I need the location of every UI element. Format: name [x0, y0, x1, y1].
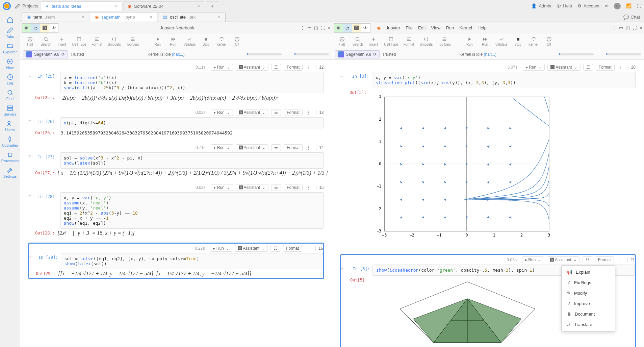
mail-button[interactable]: ✉: [605, 3, 609, 8]
cell[interactable]: 3.07s ▸ Run 🅰 Assistant ☷ Format ⋮ 20 ≡ …: [340, 63, 636, 249]
assistant-explain[interactable]: 📢Explain: [562, 267, 615, 277]
run-cell-button[interactable]: ▸ Run: [522, 256, 544, 263]
snippets-button[interactable]: Snippets: [417, 36, 435, 47]
account-link[interactable]: ⚙Account: [577, 3, 599, 8]
project-tab-active[interactable]: ✦ tests and ideas ×: [41, 1, 122, 11]
close-icon[interactable]: ×: [115, 4, 118, 9]
off-button[interactable]: Off: [542, 36, 556, 47]
wifi-button[interactable]: 📶: [626, 3, 632, 8]
halt-button[interactable]: Halt: [335, 36, 349, 47]
file-tab-oscillate[interactable]: ▤oscillate.tex×: [158, 12, 226, 22]
drag-handle-icon[interactable]: ≡: [28, 192, 31, 199]
tree-button[interactable]: ☷: [271, 144, 281, 151]
app-logo[interactable]: [3, 2, 11, 10]
close-icon[interactable]: ×: [640, 25, 642, 30]
stop-button[interactable]: Stop: [511, 36, 525, 47]
kernel-button[interactable]: Kernel: [214, 36, 229, 47]
add-project-tab[interactable]: +: [206, 1, 219, 11]
halt-link[interactable]: (halt...): [172, 52, 184, 57]
format-cell-button[interactable]: Format: [596, 64, 615, 71]
assistant-button[interactable]: 🅰 Assistant: [236, 184, 268, 191]
validate-button[interactable]: Validate: [182, 36, 198, 47]
assistant-button[interactable]: 🅰 Assistant: [547, 64, 580, 71]
rail-home[interactable]: [5, 15, 15, 24]
kernel-badge[interactable]: SageMath 9.8⟳: [335, 50, 380, 58]
more-icon[interactable]: ⋮: [305, 246, 311, 251]
run-cell-button[interactable]: ▸ Run: [211, 64, 233, 71]
cell[interactable]: 0.27s ▸ Run 🅰 Assistant ☷ Format ⋮ 16 ≡ …: [28, 243, 324, 279]
refresh-icon[interactable]: ⟳: [61, 52, 65, 57]
run-cell-button[interactable]: ▸ Run: [211, 184, 233, 191]
rail-upgrades[interactable]: Upgrades: [1, 134, 20, 149]
run-cell-button[interactable]: ▸ Run: [210, 245, 232, 252]
halt-link[interactable]: (halt...): [484, 52, 496, 57]
rail-servers[interactable]: Servers: [2, 103, 18, 118]
run-button[interactable]: Run: [462, 36, 476, 47]
drag-handle-icon[interactable]: ≡: [340, 72, 343, 78]
file-tab-sagemath[interactable]: ◉sagemath.ipynb×: [90, 12, 157, 22]
fullscreen-icon[interactable]: ⛶: [321, 25, 325, 30]
more-icon[interactable]: ⋮: [305, 110, 312, 115]
drag-handle-icon[interactable]: ≡: [28, 152, 31, 159]
runall-button[interactable]: Run: [478, 36, 492, 47]
file-tab-term[interactable]: ▣term.term×: [22, 12, 89, 22]
toolbars-button[interactable]: Toolbars: [124, 36, 141, 47]
mode-btn-1[interactable]: ▣: [22, 23, 31, 33]
assistant-modify[interactable]: ✎Modify: [562, 288, 615, 298]
add-file-tab[interactable]: +: [226, 13, 240, 22]
menu-file[interactable]: File: [406, 25, 413, 30]
more-icon[interactable]: ⋮: [612, 25, 616, 30]
tree-button[interactable]: ☷: [583, 64, 593, 71]
assistant-button[interactable]: 🅰 Assistant: [236, 64, 268, 71]
assistant-button[interactable]: 🅰 Assistant: [547, 256, 579, 263]
rail-explorer[interactable]: Explorer: [2, 41, 18, 55]
format-cell-button[interactable]: Format: [284, 184, 303, 191]
rail-settings[interactable]: Settings: [2, 166, 18, 180]
code-input[interactable]: x, y = var('x, y') assume(x, 'real') ass…: [60, 192, 324, 229]
rail-find[interactable]: Find: [5, 88, 15, 102]
split-v-icon[interactable]: ◫: [314, 25, 318, 30]
runall-button[interactable]: Run: [166, 36, 180, 47]
menu-jupyter[interactable]: Jupyter: [386, 25, 401, 30]
toolbars-button[interactable]: Toolbars: [436, 36, 453, 47]
admin-link[interactable]: 👤Admin: [531, 3, 551, 8]
more-icon[interactable]: ⋮: [305, 145, 312, 150]
format-cell-button[interactable]: Format: [284, 109, 303, 116]
split-h-icon[interactable]: ▭: [619, 25, 623, 30]
menu-run[interactable]: Run: [446, 25, 454, 30]
mode-btn-4[interactable]: 👁: [361, 23, 370, 33]
halt-button[interactable]: Halt: [23, 36, 37, 47]
run-cell-button[interactable]: ▸ Run: [211, 109, 233, 116]
code-input[interactable]: a = function('a')(x) b = function('b')(x…: [60, 72, 324, 93]
assistant-translate[interactable]: ⇄Translate: [562, 319, 615, 330]
mode-btn-2[interactable]: ◔: [31, 23, 40, 33]
tree-button[interactable]: ☷: [271, 184, 281, 191]
tree-button[interactable]: ☷: [271, 109, 281, 116]
more-icon[interactable]: ⋮: [305, 65, 312, 70]
cell[interactable]: 0.02s ▸ Run 🅰 Assistant ☷ Format ⋮ 15 ≡ …: [28, 183, 324, 238]
close-icon[interactable]: ×: [81, 15, 84, 20]
mode-btn-2[interactable]: ◔: [343, 23, 352, 33]
tree-button[interactable]: ☷: [271, 64, 281, 71]
fullscreen-button[interactable]: ⛶: [637, 3, 641, 8]
refresh-icon[interactable]: ⟳: [373, 52, 377, 57]
off-button[interactable]: Off: [230, 36, 244, 47]
mode-btn-4[interactable]: 👁: [49, 23, 58, 33]
chat-button[interactable]: 💬Chat: [619, 13, 644, 22]
assistant-button[interactable]: 🅰 Assistant: [235, 245, 268, 252]
cell[interactable]: 0.03s ▸ Run 🅰 Assistant ☷ Format ⋮ 21 ≡ …: [340, 254, 636, 347]
rail-tabs[interactable]: Tabs: [5, 26, 15, 40]
code-input[interactable]: n(pi, digits=64): [60, 117, 324, 128]
kernel-button[interactable]: Kernel: [526, 36, 541, 47]
close-icon[interactable]: ×: [218, 15, 221, 20]
tree-button[interactable]: ☷: [583, 256, 592, 263]
drag-handle-icon[interactable]: ≡: [28, 117, 31, 124]
help-link[interactable]: 🛈Help: [557, 3, 572, 8]
assistant-button[interactable]: 🅰 Assistant: [236, 109, 268, 116]
rail-new[interactable]: New: [5, 57, 15, 71]
validate-button[interactable]: Validate: [493, 36, 509, 47]
format-button[interactable]: Format: [89, 36, 104, 47]
mode-btn-3[interactable]: 🅰: [352, 23, 361, 33]
search-button[interactable]: Search: [38, 36, 53, 47]
split-h-icon[interactable]: ▭: [307, 25, 311, 30]
